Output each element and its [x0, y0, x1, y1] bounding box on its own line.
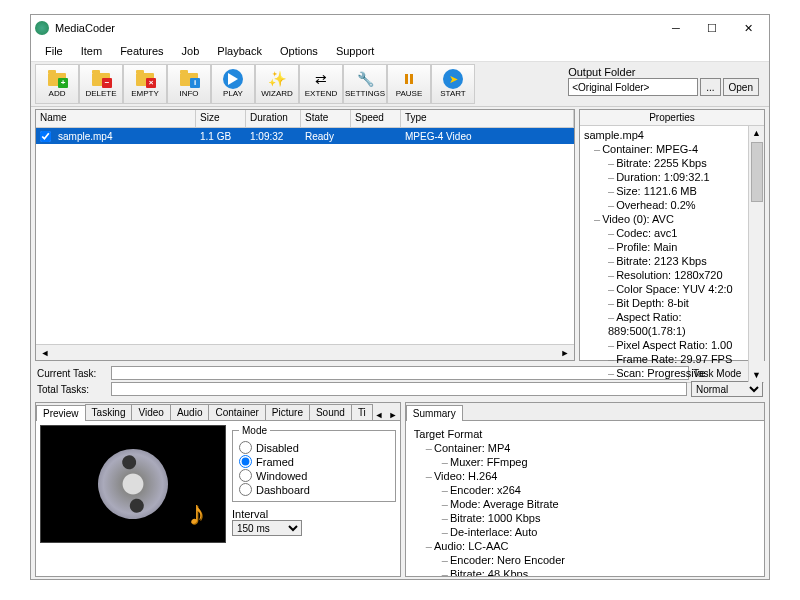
property-item[interactable]: Duration: 1:09:32.1 — [584, 170, 748, 184]
info-button[interactable]: iINFO — [167, 64, 211, 104]
total-tasks-bar — [111, 382, 687, 396]
property-item[interactable]: Profile: Main — [584, 240, 748, 254]
delete-label: DELETE — [85, 89, 116, 98]
wizard-button[interactable]: ✨WIZARD — [255, 64, 299, 104]
property-item[interactable]: Scan: Progressive — [584, 366, 748, 380]
start-button[interactable]: ➤START — [431, 64, 475, 104]
property-item[interactable]: Pixel Aspect Ratio: 1.00 — [584, 338, 748, 352]
menu-features[interactable]: Features — [112, 43, 171, 59]
property-item[interactable]: Size: 1121.6 MB — [584, 184, 748, 198]
col-name[interactable]: Name — [36, 110, 196, 127]
summary-item[interactable]: Mode: Average Bitrate — [414, 497, 565, 511]
table-row[interactable]: sample.mp4 1.1 GB 1:09:32 Ready MPEG-4 V… — [36, 128, 574, 144]
pause-button[interactable]: PAUSE — [387, 64, 431, 104]
property-item[interactable]: Video (0): AVC — [584, 212, 748, 226]
close-button[interactable]: ✕ — [731, 18, 765, 38]
summary-item[interactable]: Audio: LC-AAC — [414, 539, 565, 553]
play-icon — [223, 70, 243, 88]
menu-item[interactable]: Item — [73, 43, 110, 59]
summary-item[interactable]: Bitrate: 48 Kbps — [414, 567, 565, 576]
menu-support[interactable]: Support — [328, 43, 383, 59]
add-button[interactable]: +ADD — [35, 64, 79, 104]
wizard-icon: ✨ — [267, 70, 287, 88]
v-scrollbar[interactable]: ▲ ▼ — [748, 126, 764, 382]
maximize-button[interactable]: ☐ — [695, 18, 729, 38]
summary-item[interactable]: Container: MP4 — [414, 441, 565, 455]
toolbar-row: +ADD−DELETE×EMPTYiINFOPLAY✨WIZARD⇄EXTEND… — [31, 62, 769, 107]
mode-option-framed[interactable]: Framed — [239, 455, 389, 468]
interval-select[interactable]: 150 ms — [232, 520, 302, 536]
menu-file[interactable]: File — [37, 43, 71, 59]
summary-item[interactable]: Muxer: FFmpeg — [414, 455, 565, 469]
music-note-icon: ♪ — [188, 493, 205, 532]
mode-radio-disabled[interactable] — [239, 441, 252, 454]
menu-playback[interactable]: Playback — [209, 43, 270, 59]
scroll-right-icon[interactable]: ► — [558, 346, 572, 360]
info-label: INFO — [179, 89, 198, 98]
h-scrollbar[interactable]: ◄► — [36, 344, 574, 360]
mode-option-disabled[interactable]: Disabled — [239, 441, 389, 454]
task-mode-select[interactable]: Normal — [691, 381, 763, 397]
property-item[interactable]: Container: MPEG-4 — [584, 142, 748, 156]
col-type[interactable]: Type — [401, 110, 574, 127]
property-item[interactable]: sample.mp4 — [584, 128, 748, 142]
scroll-thumb[interactable] — [751, 142, 763, 202]
summary-item[interactable]: De-interlace: Auto — [414, 525, 565, 539]
play-label: PLAY — [223, 89, 243, 98]
mode-radio-dashboard[interactable] — [239, 483, 252, 496]
summary-item[interactable]: Encoder: x264 — [414, 483, 565, 497]
tab-audio[interactable]: Audio — [170, 404, 210, 420]
col-duration[interactable]: Duration — [246, 110, 301, 127]
mode-option-windowed[interactable]: Windowed — [239, 469, 389, 482]
property-item[interactable]: Overhead: 0.2% — [584, 198, 748, 212]
delete-button[interactable]: −DELETE — [79, 64, 123, 104]
property-item[interactable]: Color Space: YUV 4:2:0 — [584, 282, 748, 296]
minimize-button[interactable]: ─ — [659, 18, 693, 38]
scroll-left-icon[interactable]: ◄ — [38, 346, 52, 360]
menu-job[interactable]: Job — [174, 43, 208, 59]
mode-option-dashboard[interactable]: Dashboard — [239, 483, 389, 496]
browse-button[interactable]: ... — [700, 78, 720, 96]
tab-container[interactable]: Container — [208, 404, 265, 420]
property-item[interactable]: Bitrate: 2123 Kbps — [584, 254, 748, 268]
play-button[interactable]: PLAY — [211, 64, 255, 104]
output-folder-input[interactable] — [568, 78, 698, 96]
property-item[interactable]: Resolution: 1280x720 — [584, 268, 748, 282]
summary-tree[interactable]: Target FormatContainer: MP4Muxer: FFmpeg… — [410, 425, 569, 572]
tab-next-icon[interactable]: ► — [386, 410, 400, 420]
tab-video[interactable]: Video — [131, 404, 170, 420]
col-state[interactable]: State — [301, 110, 351, 127]
tab-ti[interactable]: Ti — [351, 404, 373, 420]
mode-radio-framed[interactable] — [239, 455, 252, 468]
interval-group: Interval 150 ms — [232, 508, 396, 536]
empty-button[interactable]: ×EMPTY — [123, 64, 167, 104]
menu-options[interactable]: Options — [272, 43, 326, 59]
tab-preview[interactable]: Preview — [36, 405, 86, 421]
tab-tasking[interactable]: Tasking — [85, 404, 133, 420]
scroll-down-icon[interactable]: ▼ — [752, 368, 761, 382]
open-folder-button[interactable]: Open — [723, 78, 759, 96]
summary-item[interactable]: Target Format — [414, 427, 565, 441]
col-speed[interactable]: Speed — [351, 110, 401, 127]
property-item[interactable]: Bitrate: 2255 Kbps — [584, 156, 748, 170]
column-headers[interactable]: Name Size Duration State Speed Type — [36, 110, 574, 128]
summary-item[interactable]: Encoder: Nero Encoder — [414, 553, 565, 567]
mode-radio-windowed[interactable] — [239, 469, 252, 482]
col-size[interactable]: Size — [196, 110, 246, 127]
extend-button[interactable]: ⇄EXTEND — [299, 64, 343, 104]
tab-sound[interactable]: Sound — [309, 404, 352, 420]
property-item[interactable]: Bit Depth: 8-bit — [584, 296, 748, 310]
property-item[interactable]: Codec: avc1 — [584, 226, 748, 240]
file-checkbox[interactable] — [40, 131, 51, 142]
properties-tree[interactable]: sample.mp4Container: MPEG-4Bitrate: 2255… — [580, 126, 748, 382]
property-item[interactable]: Frame Rate: 29.97 FPS — [584, 352, 748, 366]
settings-button[interactable]: 🔧SETTINGS — [343, 64, 387, 104]
scroll-up-icon[interactable]: ▲ — [752, 126, 761, 140]
tab-prev-icon[interactable]: ◄ — [372, 410, 386, 420]
summary-item[interactable]: Bitrate: 1000 Kbps — [414, 511, 565, 525]
summary-item[interactable]: Video: H.264 — [414, 469, 565, 483]
property-item[interactable]: Aspect Ratio: 889:500(1.78:1) — [584, 310, 748, 338]
current-task-label: Current Task: — [37, 368, 107, 379]
tab-picture[interactable]: Picture — [265, 404, 310, 420]
tab-summary[interactable]: Summary — [406, 405, 463, 421]
